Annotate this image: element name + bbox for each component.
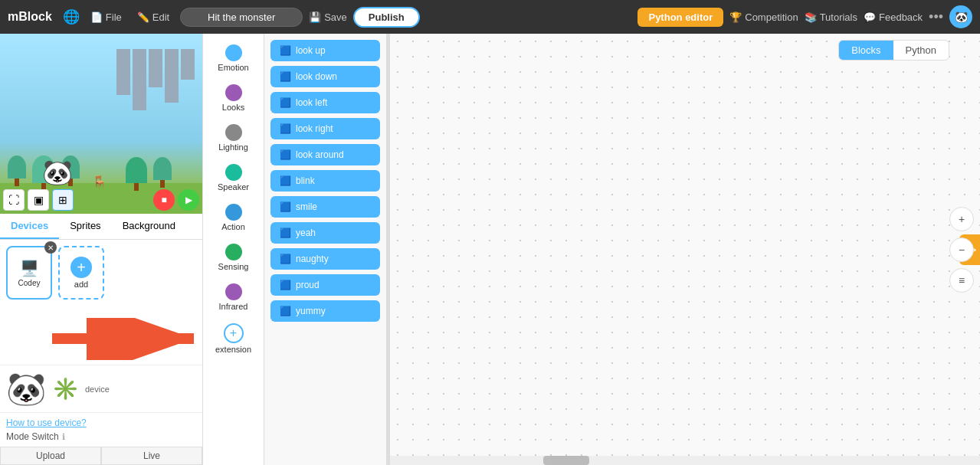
- sensing-label: Sensing: [218, 262, 249, 271]
- infrared-dot: [225, 283, 242, 300]
- upload-live-bar: Upload Live: [0, 447, 202, 465]
- codey-device-card[interactable]: ✕ 🖥️ Codey: [6, 246, 52, 300]
- looks-dot: [225, 84, 242, 101]
- save-button[interactable]: 💾 Save: [309, 11, 347, 23]
- zoom-out-button[interactable]: −: [949, 237, 974, 262]
- competition-icon: 🏆: [729, 11, 742, 23]
- block-blink[interactable]: 🟦 blink: [270, 170, 380, 192]
- block-yummy[interactable]: 🟦 yummy: [270, 300, 380, 322]
- stage-medium-button[interactable]: ▣: [28, 189, 49, 211]
- block-icon: 🟦: [280, 149, 291, 160]
- bottom-bar: How to use device? Mode Switch ℹ: [0, 412, 202, 447]
- tab-python[interactable]: Python: [893, 41, 949, 60]
- block-look-right[interactable]: 🟦 look right: [270, 118, 380, 139]
- category-action[interactable]: Action: [207, 199, 261, 236]
- main: 🪑 🐼 ⛶ ▣ ⊞ ■ ▶ Devices Sprites: [0, 34, 980, 465]
- block-icon: 🟦: [280, 175, 291, 186]
- sensing-dot: [225, 244, 242, 260]
- feedback-button[interactable]: 💬 Feedback: [864, 11, 923, 23]
- category-lighting[interactable]: Lighting: [207, 120, 261, 156]
- live-button[interactable]: Live: [101, 447, 202, 465]
- block-icon: 🟦: [280, 228, 291, 238]
- add-device-button[interactable]: + add: [58, 246, 104, 300]
- upload-button[interactable]: Upload: [0, 447, 101, 465]
- block-look-up[interactable]: 🟦 look up: [270, 40, 380, 61]
- stage-stop-button[interactable]: ■: [153, 189, 175, 211]
- project-name-input[interactable]: [180, 8, 303, 27]
- category-sensing[interactable]: Sensing: [207, 239, 261, 276]
- device-label: Codey: [18, 279, 41, 287]
- globe-icon[interactable]: 🌐: [63, 8, 80, 25]
- block-icon: 🟦: [280, 306, 291, 316]
- avatar[interactable]: 🐼: [949, 5, 972, 28]
- block-yeah[interactable]: 🟦 yeah: [270, 222, 380, 244]
- block-proud[interactable]: 🟦 proud: [270, 274, 380, 296]
- stop-icon: ■: [161, 195, 166, 205]
- block-icon: 🟦: [280, 201, 291, 212]
- fit-button[interactable]: ≡: [949, 268, 974, 293]
- block-smile[interactable]: 🟦 smile: [270, 196, 380, 218]
- plus-icon: +: [70, 257, 92, 278]
- block-icon: 🟦: [280, 280, 291, 290]
- tab-sprites[interactable]: Sprites: [59, 214, 111, 239]
- looks-label: Looks: [222, 103, 244, 112]
- tutorials-button[interactable]: 📚 Tutorials: [805, 11, 857, 23]
- emotion-dot: [225, 44, 242, 61]
- category-extension[interactable]: + extension: [207, 319, 261, 359]
- right-tab-bar: Blocks Python: [838, 40, 949, 61]
- zoom-in-button[interactable]: +: [949, 207, 974, 231]
- block-naughty[interactable]: 🟦 naughty: [270, 248, 380, 270]
- infrared-label: Infrared: [219, 302, 248, 311]
- block-icon: 🟦: [280, 97, 291, 108]
- edit-button[interactable]: ✏️ Edit: [133, 8, 174, 26]
- more-button[interactable]: •••: [929, 9, 943, 25]
- publish-button[interactable]: Publish: [353, 7, 420, 28]
- how-to-use-link[interactable]: How to use device?: [6, 418, 196, 428]
- left-panel: 🪑 🐼 ⛶ ▣ ⊞ ■ ▶ Devices Sprites: [0, 34, 203, 465]
- block-look-left[interactable]: 🟦 look left: [270, 92, 380, 113]
- block-icon: 🟦: [280, 45, 291, 56]
- close-button[interactable]: ✕: [44, 241, 57, 254]
- feedback-icon: 💬: [864, 11, 876, 23]
- right-tools: + − ≡: [949, 207, 974, 293]
- lighting-dot: [225, 124, 242, 141]
- file-button[interactable]: 📄 File: [86, 8, 126, 26]
- sprite-area: 🐼 ✳️ device: [0, 365, 202, 412]
- python-editor-button[interactable]: Python editor: [637, 8, 723, 27]
- tab-background[interactable]: Background: [112, 214, 186, 239]
- save-icon: 💾: [309, 11, 321, 23]
- category-infrared[interactable]: Infrared: [207, 279, 261, 316]
- extension-label: extension: [215, 345, 251, 354]
- blocks-panel: 🟦 look up 🟦 look down 🟦 look left 🟦 look…: [264, 34, 387, 465]
- category-speaker[interactable]: Speaker: [207, 159, 261, 196]
- block-look-down[interactable]: 🟦 look down: [270, 66, 380, 87]
- block-icon: 🟦: [280, 71, 291, 82]
- category-looks[interactable]: Looks: [207, 80, 261, 116]
- block-look-around[interactable]: 🟦 look around: [270, 144, 380, 165]
- emotion-label: Emotion: [218, 63, 248, 72]
- stage-small-button[interactable]: ⊞: [52, 189, 74, 211]
- tab-blocks[interactable]: Blocks: [839, 41, 893, 60]
- add-label: add: [74, 280, 88, 289]
- tab-bar: Devices Sprites Background: [0, 214, 202, 240]
- block-icon: 🟦: [280, 254, 291, 264]
- competition-button[interactable]: 🏆 Competition: [729, 11, 798, 23]
- action-label: Action: [221, 222, 245, 231]
- header: mBlock 🌐 📄 File ✏️ Edit 💾 Save Publish P…: [0, 0, 980, 34]
- mode-switch: Mode Switch ℹ: [6, 431, 196, 442]
- spinner-icon: ✳️: [52, 376, 79, 401]
- go-icon: ▶: [185, 195, 192, 205]
- stage-go-button[interactable]: ▶: [178, 189, 199, 211]
- horizontal-scrollbar[interactable]: [390, 456, 980, 465]
- stage-fullscreen-button[interactable]: ⛶: [3, 189, 25, 211]
- device-icon: 🖥️: [20, 259, 39, 277]
- action-dot: [225, 204, 242, 221]
- tab-devices[interactable]: Devices: [0, 214, 59, 239]
- logo: mBlock: [8, 10, 52, 24]
- stage: 🪑 🐼 ⛶ ▣ ⊞ ■ ▶: [0, 34, 202, 214]
- devices-area: ✕ 🖥️ Codey + add: [0, 240, 202, 365]
- coding-area[interactable]: Blocks Python </> + − ≡: [390, 34, 980, 465]
- speaker-label: Speaker: [218, 182, 249, 192]
- category-emotion[interactable]: Emotion: [207, 40, 261, 77]
- speaker-dot: [225, 164, 242, 181]
